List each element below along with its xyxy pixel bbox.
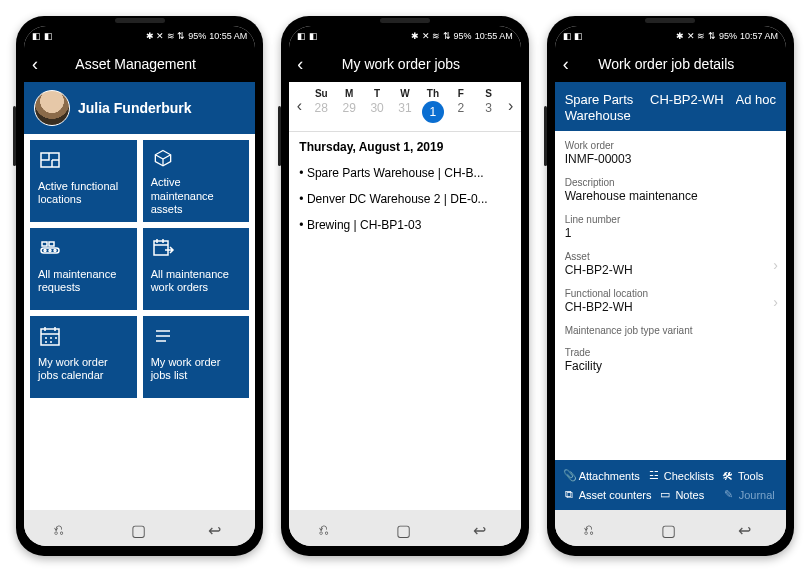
calendar-day[interactable]: 28 [315, 97, 328, 119]
android-nav-bar: ⎌ ▢ ↩ [555, 510, 786, 546]
action-notes[interactable]: ▭ Notes [655, 485, 718, 504]
calendar-day[interactable]: 3 [485, 97, 492, 119]
status-signal-icons: ✱ ✕ ≋ ⇅ [676, 31, 716, 41]
back-nav-button[interactable]: ↩ [208, 521, 226, 535]
calendar-day[interactable]: 2 [457, 97, 464, 119]
calendar-week: ‹ Su M T W Th F S 28 29 30 31 1 2 3 [289, 82, 520, 127]
calendar-day[interactable]: 30 [370, 97, 383, 119]
home-button[interactable]: ▢ [661, 521, 679, 535]
phone-work-order-jobs: ◧ ◧ ✱ ✕ ≋ ⇅ 95% 10:55 AM ‹ My work order… [281, 16, 528, 556]
detail-name-text: Spare Parts Warehouse [565, 92, 650, 123]
action-label: Journal [739, 489, 775, 501]
status-time: 10:55 AM [209, 31, 247, 41]
field-value: Facility [565, 358, 776, 373]
field-value: INMF-00003 [565, 151, 776, 166]
field-value: CH-BP2-WH [565, 262, 776, 277]
user-name: Julia Funderburk [78, 100, 192, 116]
field-label: Line number [565, 214, 776, 225]
phone-asset-mgmt: ◧ ◧ ✱ ✕ ≋ ⇅ 95% 10:55 AM ‹ Asset Managem… [16, 16, 263, 556]
field-value: Warehouse maintenance [565, 188, 776, 203]
tile-all-maintenance-requests[interactable]: All maintenance requests [30, 228, 137, 310]
app-bar: ‹ My work order jobs [289, 46, 520, 82]
event-list: Spare Parts Warehouse | CH-B... Denver D… [289, 160, 520, 238]
field-asset[interactable]: Asset CH-BP2-WH › [555, 246, 786, 283]
status-battery: 95% [454, 31, 472, 41]
action-journal[interactable]: ✎ Journal [719, 485, 782, 504]
status-bar: ◧ ◧ ✱ ✕ ≋ ⇅ 95% 10:55 AM [289, 26, 520, 46]
field-label: Trade [565, 347, 776, 358]
screen: ◧ ◧ ✱ ✕ ≋ ⇅ 95% 10:55 AM ‹ Asset Managem… [24, 26, 255, 546]
calendar-next-button[interactable]: › [503, 97, 519, 115]
field-label: Description [565, 177, 776, 188]
tile-active-functional-locations[interactable]: Active functional locations [30, 140, 137, 222]
svg-point-4 [44, 250, 46, 252]
recents-button[interactable]: ⎌ [319, 521, 337, 535]
tile-active-maintenance-assets[interactable]: Active maintenance assets [143, 140, 250, 222]
back-nav-button[interactable]: ↩ [473, 521, 491, 535]
calendar-day[interactable]: 29 [342, 97, 355, 119]
tile-label: Active functional locations [38, 180, 129, 206]
status-time: 10:55 AM [475, 31, 513, 41]
recents-button[interactable]: ⎌ [584, 521, 602, 535]
status-battery: 95% [719, 31, 737, 41]
calendar-prev-button[interactable]: ‹ [291, 97, 307, 115]
svg-rect-7 [154, 241, 168, 255]
home-button[interactable]: ▢ [396, 521, 414, 535]
recents-button[interactable]: ⎌ [54, 521, 72, 535]
tile-grid: Active functional locations Active maint… [24, 134, 255, 404]
action-attachments[interactable]: 📎 Attachments [559, 466, 644, 485]
tile-label: All maintenance requests [38, 268, 129, 294]
android-nav-bar: ⎌ ▢ ↩ [24, 510, 255, 546]
tile-all-maintenance-work-orders[interactable]: All maintenance work orders [143, 228, 250, 310]
tile-my-work-order-jobs-calendar[interactable]: My work order jobs calendar [30, 316, 137, 398]
calendar-day[interactable]: 31 [398, 97, 411, 119]
list-item[interactable]: Spare Parts Warehouse | CH-B... [299, 160, 510, 186]
field-trade: Trade Facility [555, 342, 786, 379]
avatar [34, 90, 70, 126]
action-label: Asset counters [579, 489, 652, 501]
home-button[interactable]: ▢ [131, 521, 149, 535]
field-functional-location[interactable]: Functional location CH-BP2-WH › [555, 283, 786, 320]
calendar-date-label: Thursday, August 1, 2019 [289, 138, 520, 160]
chevron-right-icon: › [773, 257, 778, 273]
field-value: CH-BP2-WH [565, 299, 776, 314]
svg-point-5 [49, 250, 51, 252]
chevron-right-icon: › [773, 294, 778, 310]
tile-label: Active maintenance assets [151, 176, 242, 216]
field-line-number: Line number 1 [555, 209, 786, 246]
calendar-day-selected[interactable]: 1 [422, 101, 444, 123]
action-asset-counters[interactable]: ⧉ Asset counters [559, 485, 656, 504]
status-signal-icons: ✱ ✕ ≋ ⇅ [146, 31, 186, 41]
page-title: Work order job details [555, 56, 778, 72]
dow: Th [419, 88, 447, 101]
action-label: Tools [738, 470, 764, 482]
action-tools[interactable]: 🛠 Tools [718, 466, 782, 485]
app-bar: ‹ Asset Management [24, 46, 255, 82]
notes-icon: ▭ [659, 488, 671, 501]
status-battery: 95% [188, 31, 206, 41]
field-work-order: Work order INMF-00003 [555, 135, 786, 172]
back-nav-button[interactable]: ↩ [738, 521, 756, 535]
floorplan-icon [38, 148, 62, 172]
page-title: My work order jobs [289, 56, 512, 72]
status-left-icons: ◧ ◧ [32, 31, 53, 41]
status-signal-icons: ✱ ✕ ≋ ⇅ [411, 31, 451, 41]
action-label: Checklists [664, 470, 714, 482]
list-icon [151, 324, 175, 348]
android-nav-bar: ⎌ ▢ ↩ [289, 510, 520, 546]
field-label: Asset [565, 251, 776, 262]
phone-work-order-details: ◧ ◧ ✱ ✕ ≋ ⇅ 95% 10:57 AM ‹ Work order jo… [547, 16, 794, 556]
screen: ◧ ◧ ✱ ✕ ≋ ⇅ 95% 10:55 AM ‹ My work order… [289, 26, 520, 546]
calendar-arrow-icon [151, 236, 175, 260]
svg-point-6 [54, 250, 56, 252]
tile-my-work-order-jobs-list[interactable]: My work order jobs list [143, 316, 250, 398]
action-checklists[interactable]: ☳ Checklists [644, 466, 718, 485]
box-icon [151, 148, 175, 168]
user-header[interactable]: Julia Funderburk [24, 82, 255, 134]
field-value: 1 [565, 225, 776, 240]
screen: ◧ ◧ ✱ ✕ ≋ ⇅ 95% 10:57 AM ‹ Work order jo… [555, 26, 786, 546]
list-item[interactable]: Brewing | CH-BP1-03 [299, 212, 510, 238]
tile-label: My work order jobs list [151, 356, 242, 382]
list-item[interactable]: Denver DC Warehouse 2 | DE-0... [299, 186, 510, 212]
status-bar: ◧ ◧ ✱ ✕ ≋ ⇅ 95% 10:55 AM [24, 26, 255, 46]
